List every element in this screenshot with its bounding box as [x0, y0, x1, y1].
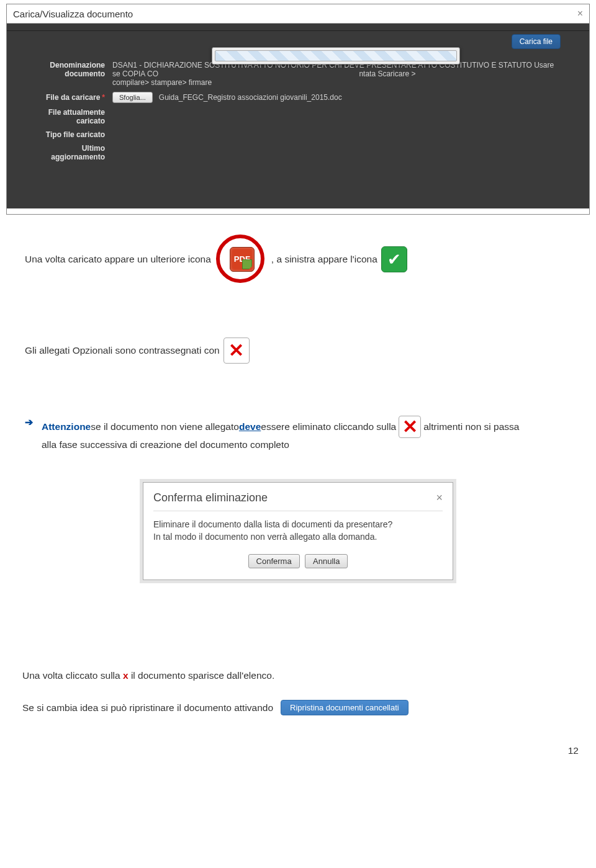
check-icon: ✔: [381, 246, 407, 272]
progress-bar: [215, 50, 457, 61]
final-text-block: Una volta cliccato sulla x il documento …: [22, 670, 574, 715]
deve-link: deve: [239, 420, 261, 434]
confirm-dialog-screenshot: Conferma eliminazione × Eliminare il doc…: [140, 479, 456, 583]
label-denominazione: Denominazione documento: [38, 61, 112, 87]
upload-file-button[interactable]: Carica file: [512, 34, 561, 49]
dark-stripe: [7, 24, 589, 31]
red-x-char: x: [123, 670, 129, 681]
text-line2: Gli allegati Opzionali sono contrassegna…: [25, 344, 220, 357]
browse-button[interactable]: Sfoglia...: [112, 92, 153, 103]
attention-label: Attenzione: [42, 420, 91, 434]
label-tipo-file: Tipo file caricato: [38, 130, 112, 139]
x-icon: ✕: [224, 338, 250, 364]
modal-body: Denominazione documento DSAN1 - DICHIARA…: [7, 53, 589, 208]
upload-modal-screenshot: Carica/Visualizza documento × Carica fil…: [6, 4, 590, 215]
text-line1b: , a sinistra appare l'icona: [271, 253, 377, 266]
dialog-close-icon[interactable]: ×: [436, 491, 443, 504]
attention-line2: alla fase successiva di creazione del do…: [42, 439, 289, 450]
label-file-da-caricare: File da caricare*: [38, 93, 112, 102]
dialog-body: Eliminare il documento dalla lista di do…: [153, 519, 443, 543]
label-file-attuale: File attualmente caricato: [38, 108, 112, 125]
page-number: 12: [6, 745, 590, 756]
label-ultimo-agg: Ultimo aggiornamento: [38, 144, 112, 161]
x-icon-inline: ✕: [399, 416, 421, 438]
dialog-title: Conferma eliminazione: [153, 491, 268, 504]
pdf-icon: PDF: [215, 235, 268, 284]
narrative-attention: Attenzione se il documento non viene all…: [25, 416, 571, 452]
restore-documents-button[interactable]: Ripristina documenti cancellati: [281, 700, 409, 715]
cancel-button[interactable]: Annulla: [305, 554, 348, 568]
narrative-block-1: Una volta caricato appare un ulteriore i…: [25, 233, 571, 285]
selected-filename: Guida_FEGC_Registro associazioni giovani…: [159, 93, 342, 102]
confirm-button[interactable]: Conferma: [248, 554, 300, 568]
modal-title: Carica/Visualizza documento: [13, 9, 133, 19]
value-denominazione: DSAN1 - DICHIARAZIONE SOSTITUTIVA ATTO N…: [112, 61, 558, 87]
modal-header: Carica/Visualizza documento ×: [7, 4, 589, 24]
restore-text: Se si cambia idea si può ripristinare il…: [22, 702, 273, 714]
text-line1a: Una volta caricato appare un ulteriore i…: [25, 253, 211, 266]
narrative-block-2: Gli allegati Opzionali sono contrassegna…: [25, 333, 571, 369]
progress-popup: [212, 47, 460, 65]
close-icon[interactable]: ×: [577, 8, 583, 19]
